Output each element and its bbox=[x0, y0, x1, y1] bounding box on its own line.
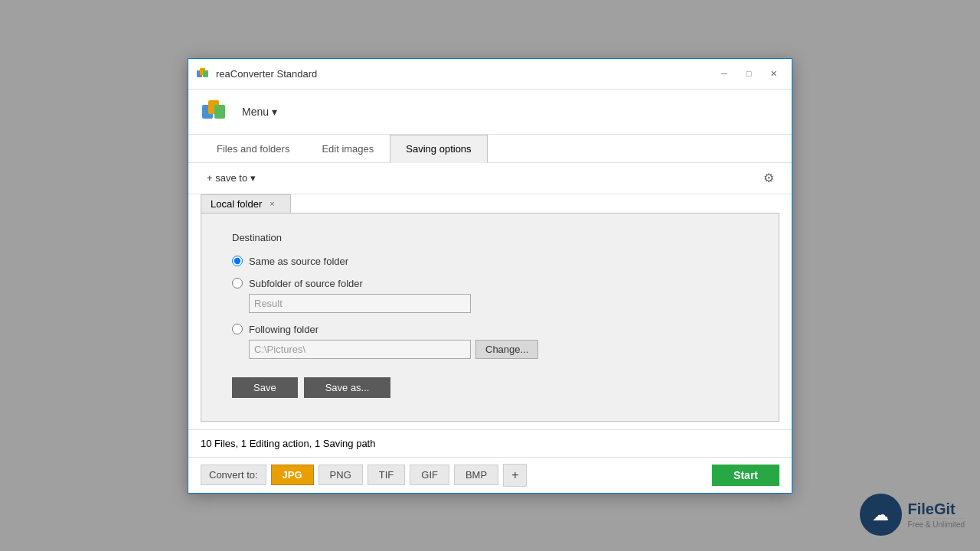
filegit-sub: Free & Unlimited bbox=[908, 518, 965, 529]
filegit-watermark: ☁ FileGit Free & Unlimited bbox=[860, 494, 965, 536]
radio-item-same-source: Same as source folder bbox=[232, 256, 748, 267]
svg-rect-5 bbox=[214, 105, 225, 119]
status-bar: 10 Files, 1 Editing action, 1 Saving pat… bbox=[188, 429, 792, 457]
main-window: reaConverter Standard ─ □ ✕ Menu ▾ Files… bbox=[188, 58, 792, 494]
minimize-button[interactable]: ─ bbox=[712, 64, 737, 83]
svg-rect-2 bbox=[203, 70, 208, 77]
save-as-button[interactable]: Save as... bbox=[304, 377, 391, 398]
action-bar: + save to ▾ ⚙ bbox=[188, 163, 792, 194]
tab-panels: Local folder × Destination Same as sourc… bbox=[188, 194, 792, 429]
content-area: Destination Same as source folder Sub bbox=[201, 213, 779, 422]
radio-subfolder[interactable] bbox=[232, 278, 243, 289]
filegit-logo: ☁ bbox=[860, 494, 902, 536]
tab-saving-options[interactable]: Saving options bbox=[390, 135, 487, 163]
window-controls: ─ □ ✕ bbox=[712, 64, 786, 83]
maximize-button[interactable]: □ bbox=[737, 64, 761, 83]
destination-heading: Destination bbox=[232, 232, 748, 243]
files-label: Files, bbox=[214, 438, 238, 449]
app-logo bbox=[201, 97, 230, 126]
change-button[interactable]: Change... bbox=[475, 340, 538, 359]
radio-row-same-source: Same as source folder bbox=[232, 256, 748, 267]
menu-button[interactable]: Menu ▾ bbox=[236, 103, 283, 121]
format-jpg-button[interactable]: JPG bbox=[271, 465, 314, 485]
radio-following-folder[interactable] bbox=[232, 324, 243, 334]
app-icon bbox=[196, 67, 210, 80]
local-folder-tab: Local folder × bbox=[201, 194, 291, 213]
radio-row-subfolder: Subfolder of source folder bbox=[232, 278, 748, 289]
add-format-button[interactable]: + bbox=[503, 464, 527, 487]
close-button[interactable]: ✕ bbox=[761, 64, 786, 83]
tab-files-and-folders[interactable]: Files and folders bbox=[201, 135, 305, 163]
filegit-icon: ☁ bbox=[872, 505, 889, 525]
save-button[interactable]: Save bbox=[232, 377, 298, 398]
tab-bar: Files and folders Edit images Saving opt… bbox=[188, 135, 792, 163]
gear-icon: ⚙ bbox=[763, 171, 774, 185]
folder-row: Change... bbox=[249, 340, 748, 359]
radio-row-following-folder: Following folder bbox=[232, 324, 748, 335]
editing-count: 1 bbox=[241, 438, 247, 449]
radio-label-subfolder[interactable]: Subfolder of source folder bbox=[249, 278, 363, 289]
radio-item-subfolder: Subfolder of source folder bbox=[232, 278, 748, 313]
saving-label: Saving path bbox=[323, 438, 376, 449]
window-title: reaConverter Standard bbox=[216, 68, 712, 80]
editing-label: Editing action, bbox=[250, 438, 312, 449]
subfolder-input[interactable] bbox=[249, 294, 471, 313]
close-tab-button[interactable]: × bbox=[268, 199, 276, 208]
action-buttons: Save Save as... bbox=[232, 377, 748, 398]
tab-edit-images[interactable]: Edit images bbox=[305, 135, 390, 163]
toolbar: Menu ▾ bbox=[188, 90, 792, 135]
format-tif-button[interactable]: TIF bbox=[368, 465, 406, 485]
start-button[interactable]: Start bbox=[712, 465, 779, 486]
following-folder-input[interactable] bbox=[249, 340, 471, 359]
filegit-text: FileGit Free & Unlimited bbox=[908, 500, 965, 529]
format-png-button[interactable]: PNG bbox=[318, 465, 363, 485]
bottom-bar: Convert to: JPG PNG TIF GIF BMP + Start bbox=[188, 457, 792, 493]
destination-options: Same as source folder Subfolder of sourc… bbox=[232, 256, 748, 359]
convert-to-label: Convert to: bbox=[201, 465, 266, 485]
radio-label-same-source[interactable]: Same as source folder bbox=[249, 256, 348, 267]
settings-button[interactable]: ⚙ bbox=[758, 168, 779, 189]
radio-item-following-folder: Following folder Change... bbox=[232, 324, 748, 359]
format-gif-button[interactable]: GIF bbox=[410, 465, 449, 485]
files-count: 10 bbox=[201, 438, 211, 449]
saving-count: 1 bbox=[315, 438, 320, 449]
filegit-name: FileGit bbox=[908, 500, 965, 518]
title-bar: reaConverter Standard ─ □ ✕ bbox=[188, 59, 792, 90]
format-bmp-button[interactable]: BMP bbox=[454, 465, 498, 485]
save-to-button[interactable]: + save to ▾ bbox=[201, 169, 262, 187]
radio-label-following-folder[interactable]: Following folder bbox=[249, 324, 318, 335]
destination-section: Destination Same as source folder Sub bbox=[232, 232, 748, 398]
radio-same-source[interactable] bbox=[232, 256, 243, 266]
